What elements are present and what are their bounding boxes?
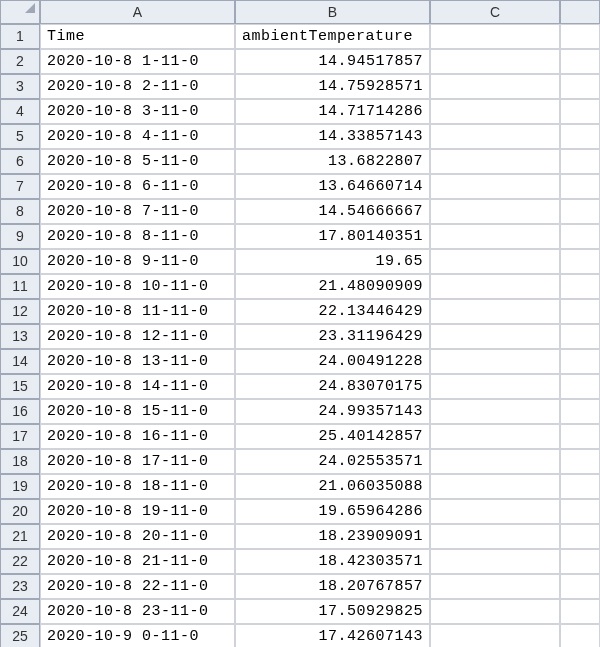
cell-A11[interactable]: 2020-10-8 10-11-0 xyxy=(40,274,235,299)
row-header[interactable]: 5 xyxy=(0,124,40,149)
cell-B6[interactable]: 13.6822807 xyxy=(235,149,430,174)
cell-B10[interactable]: 19.65 xyxy=(235,249,430,274)
cell-A3[interactable]: 2020-10-8 2-11-0 xyxy=(40,74,235,99)
cell-D24[interactable] xyxy=(560,599,600,624)
row-header[interactable]: 16 xyxy=(0,399,40,424)
cell-A14[interactable]: 2020-10-8 13-11-0 xyxy=(40,349,235,374)
row-header[interactable]: 3 xyxy=(0,74,40,99)
cell-B5[interactable]: 14.33857143 xyxy=(235,124,430,149)
cell-D11[interactable] xyxy=(560,274,600,299)
cell-C9[interactable] xyxy=(430,224,560,249)
cell-B15[interactable]: 24.83070175 xyxy=(235,374,430,399)
row-header[interactable]: 6 xyxy=(0,149,40,174)
row-header[interactable]: 21 xyxy=(0,524,40,549)
row-header[interactable]: 15 xyxy=(0,374,40,399)
cell-B25[interactable]: 17.42607143 xyxy=(235,624,430,647)
cell-A21[interactable]: 2020-10-8 20-11-0 xyxy=(40,524,235,549)
cell-D15[interactable] xyxy=(560,374,600,399)
cell-B13[interactable]: 23.31196429 xyxy=(235,324,430,349)
cell-C20[interactable] xyxy=(430,499,560,524)
cell-D4[interactable] xyxy=(560,99,600,124)
cell-C14[interactable] xyxy=(430,349,560,374)
row-header[interactable]: 2 xyxy=(0,49,40,74)
cell-D8[interactable] xyxy=(560,199,600,224)
row-header[interactable]: 18 xyxy=(0,449,40,474)
cell-A19[interactable]: 2020-10-8 18-11-0 xyxy=(40,474,235,499)
cell-D3[interactable] xyxy=(560,74,600,99)
row-header[interactable]: 7 xyxy=(0,174,40,199)
cell-A22[interactable]: 2020-10-8 21-11-0 xyxy=(40,549,235,574)
col-header-B[interactable]: B xyxy=(235,0,430,24)
cell-D25[interactable] xyxy=(560,624,600,647)
cell-D17[interactable] xyxy=(560,424,600,449)
cell-D14[interactable] xyxy=(560,349,600,374)
cell-A12[interactable]: 2020-10-8 11-11-0 xyxy=(40,299,235,324)
cell-C17[interactable] xyxy=(430,424,560,449)
cell-C24[interactable] xyxy=(430,599,560,624)
row-header[interactable]: 13 xyxy=(0,324,40,349)
cell-B19[interactable]: 21.06035088 xyxy=(235,474,430,499)
cell-B22[interactable]: 18.42303571 xyxy=(235,549,430,574)
row-header[interactable]: 14 xyxy=(0,349,40,374)
cell-C18[interactable] xyxy=(430,449,560,474)
spreadsheet-grid[interactable]: A B C 1 Time ambientTemperature 2 2020-1… xyxy=(0,0,600,647)
cell-A6[interactable]: 2020-10-8 5-11-0 xyxy=(40,149,235,174)
row-header[interactable]: 1 xyxy=(0,24,40,49)
cell-C25[interactable] xyxy=(430,624,560,647)
cell-B1[interactable]: ambientTemperature xyxy=(235,24,430,49)
cell-C21[interactable] xyxy=(430,524,560,549)
col-header-C[interactable]: C xyxy=(430,0,560,24)
cell-C19[interactable] xyxy=(430,474,560,499)
row-header[interactable]: 25 xyxy=(0,624,40,647)
cell-B12[interactable]: 22.13446429 xyxy=(235,299,430,324)
cell-B20[interactable]: 19.65964286 xyxy=(235,499,430,524)
cell-B7[interactable]: 13.64660714 xyxy=(235,174,430,199)
cell-B17[interactable]: 25.40142857 xyxy=(235,424,430,449)
cell-A15[interactable]: 2020-10-8 14-11-0 xyxy=(40,374,235,399)
cell-B24[interactable]: 17.50929825 xyxy=(235,599,430,624)
cell-C12[interactable] xyxy=(430,299,560,324)
row-header[interactable]: 8 xyxy=(0,199,40,224)
cell-D2[interactable] xyxy=(560,49,600,74)
cell-A18[interactable]: 2020-10-8 17-11-0 xyxy=(40,449,235,474)
cell-A25[interactable]: 2020-10-9 0-11-0 xyxy=(40,624,235,647)
cell-D16[interactable] xyxy=(560,399,600,424)
cell-C11[interactable] xyxy=(430,274,560,299)
cell-D12[interactable] xyxy=(560,299,600,324)
cell-C4[interactable] xyxy=(430,99,560,124)
row-header[interactable]: 11 xyxy=(0,274,40,299)
cell-D5[interactable] xyxy=(560,124,600,149)
cell-C7[interactable] xyxy=(430,174,560,199)
cell-C6[interactable] xyxy=(430,149,560,174)
cell-A4[interactable]: 2020-10-8 3-11-0 xyxy=(40,99,235,124)
row-header[interactable]: 22 xyxy=(0,549,40,574)
row-header[interactable]: 10 xyxy=(0,249,40,274)
cell-D1[interactable] xyxy=(560,24,600,49)
cell-B18[interactable]: 24.02553571 xyxy=(235,449,430,474)
cell-D23[interactable] xyxy=(560,574,600,599)
cell-C15[interactable] xyxy=(430,374,560,399)
cell-A10[interactable]: 2020-10-8 9-11-0 xyxy=(40,249,235,274)
cell-A24[interactable]: 2020-10-8 23-11-0 xyxy=(40,599,235,624)
cell-B16[interactable]: 24.99357143 xyxy=(235,399,430,424)
row-header[interactable]: 19 xyxy=(0,474,40,499)
cell-B14[interactable]: 24.00491228 xyxy=(235,349,430,374)
cell-C5[interactable] xyxy=(430,124,560,149)
cell-A17[interactable]: 2020-10-8 16-11-0 xyxy=(40,424,235,449)
cell-D7[interactable] xyxy=(560,174,600,199)
cell-B21[interactable]: 18.23909091 xyxy=(235,524,430,549)
cell-A23[interactable]: 2020-10-8 22-11-0 xyxy=(40,574,235,599)
row-header[interactable]: 24 xyxy=(0,599,40,624)
cell-A9[interactable]: 2020-10-8 8-11-0 xyxy=(40,224,235,249)
cell-A5[interactable]: 2020-10-8 4-11-0 xyxy=(40,124,235,149)
cell-D6[interactable] xyxy=(560,149,600,174)
row-header[interactable]: 12 xyxy=(0,299,40,324)
cell-D13[interactable] xyxy=(560,324,600,349)
cell-D9[interactable] xyxy=(560,224,600,249)
cell-C3[interactable] xyxy=(430,74,560,99)
cell-A16[interactable]: 2020-10-8 15-11-0 xyxy=(40,399,235,424)
cell-A20[interactable]: 2020-10-8 19-11-0 xyxy=(40,499,235,524)
cell-B4[interactable]: 14.71714286 xyxy=(235,99,430,124)
cell-B2[interactable]: 14.94517857 xyxy=(235,49,430,74)
cell-C16[interactable] xyxy=(430,399,560,424)
